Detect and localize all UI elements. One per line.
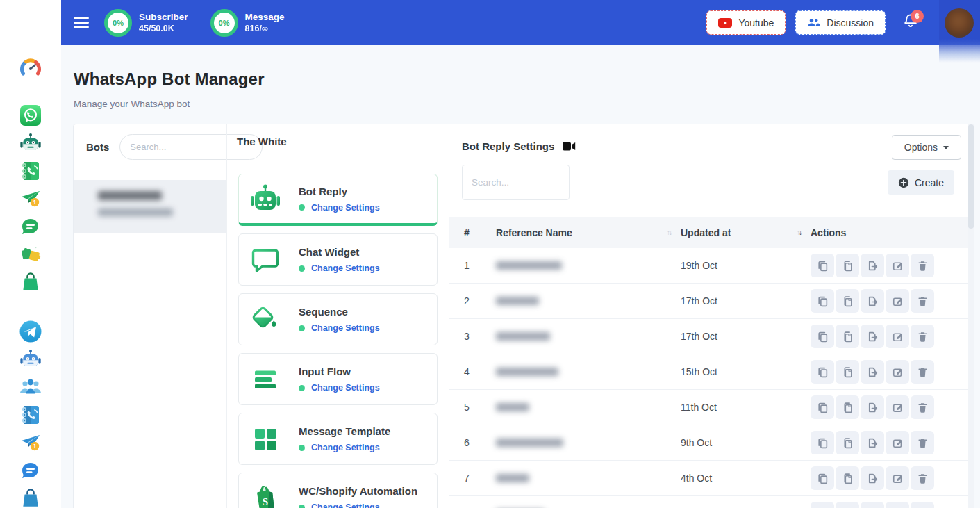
options-button[interactable]: Options: [892, 135, 961, 160]
card-sequence[interactable]: Sequence Change Settings: [238, 293, 438, 345]
change-settings-link[interactable]: Change Settings: [311, 323, 380, 333]
whatsapp-bot-icon[interactable]: [17, 129, 44, 157]
settings-search-input[interactable]: [462, 165, 570, 200]
export-action-button[interactable]: [861, 289, 884, 313]
whatsapp-integrations-icon[interactable]: [17, 240, 44, 268]
duplicate-action-button[interactable]: [836, 466, 859, 490]
delete-action-button[interactable]: [911, 254, 934, 277]
copy-action-button[interactable]: [811, 325, 834, 348]
telegram-store-icon[interactable]: [17, 484, 44, 508]
telegram-broadcast-icon[interactable]: 1: [17, 429, 44, 457]
message-stat: 0% Message 816/∞: [210, 9, 285, 37]
card-bot-reply[interactable]: Bot Reply Change Settings: [238, 174, 438, 226]
change-settings-link[interactable]: Change Settings: [311, 443, 380, 452]
copy-action-button[interactable]: [811, 395, 834, 419]
card-message-template[interactable]: Message Template Change Settings: [238, 413, 438, 465]
avatar[interactable]: [945, 8, 974, 38]
edit-action-button[interactable]: [886, 254, 909, 277]
whatsapp-store-icon[interactable]: [17, 268, 44, 296]
bot-list-item-selected[interactable]: [74, 180, 226, 233]
sort-updated-at-icon[interactable]: ↑↓: [797, 229, 801, 236]
sort-reference-name-icon[interactable]: ↑↓: [667, 229, 671, 236]
telegram-chat-icon[interactable]: [17, 457, 44, 484]
telegram-group-icon[interactable]: [17, 373, 44, 401]
duplicate-action-button[interactable]: [836, 431, 859, 454]
delete-action-button[interactable]: [911, 360, 934, 384]
delete-action-button[interactable]: [911, 466, 934, 490]
row-updated: 15th Oct: [681, 366, 811, 377]
edit-action-button[interactable]: [886, 431, 909, 454]
edit-action-button[interactable]: [886, 289, 909, 313]
card-title: WC/Shopify Automation: [299, 485, 417, 497]
table-header: # Reference Name ↑↓ Updated at ↑↓ Action…: [449, 217, 968, 248]
export-action-button[interactable]: [861, 431, 884, 454]
change-settings-link[interactable]: Change Settings: [311, 263, 380, 273]
copy-action-button[interactable]: [811, 466, 834, 490]
trash-icon: [917, 437, 929, 449]
create-button[interactable]: Create: [888, 170, 954, 195]
edit-action-button[interactable]: [886, 360, 909, 384]
export-action-button[interactable]: [861, 254, 884, 277]
duplicate-action-button[interactable]: [836, 502, 859, 508]
col-header-index: #: [464, 227, 496, 238]
export-action-button[interactable]: [861, 466, 884, 490]
card-input-flow[interactable]: Input Flow Change Settings: [238, 353, 438, 405]
copy-action-button[interactable]: [811, 360, 834, 384]
youtube-button[interactable]: Youtube: [706, 10, 786, 35]
edit-action-button[interactable]: [886, 466, 909, 490]
copy-icon: [817, 366, 829, 378]
edit-icon: [892, 437, 904, 449]
menu-toggle-icon[interactable]: [74, 17, 89, 28]
duplicate-icon: [842, 366, 854, 378]
delete-action-button[interactable]: [911, 325, 934, 348]
panel-scrollbar[interactable]: [968, 124, 974, 508]
whatsapp-chat-icon[interactable]: [17, 213, 44, 240]
topbar: 0% Subscriber 45/50.0K 0% Message 816/∞ …: [61, 0, 980, 45]
whatsapp-contacts-icon[interactable]: [17, 157, 44, 185]
duplicate-action-button[interactable]: [836, 289, 859, 313]
telegram-icon[interactable]: [17, 318, 44, 345]
export-icon: [867, 260, 879, 272]
copy-action-button[interactable]: [811, 431, 834, 454]
copy-action-button[interactable]: [811, 502, 834, 508]
export-action-button[interactable]: [861, 502, 884, 508]
duplicate-action-button[interactable]: [836, 325, 859, 348]
edit-action-button[interactable]: [886, 395, 909, 419]
telegram-bot-icon[interactable]: [17, 345, 44, 373]
delete-action-button[interactable]: [911, 395, 934, 419]
duplicate-action-button[interactable]: [836, 395, 859, 419]
plus-circle-icon: [898, 177, 909, 188]
change-settings-link[interactable]: Change Settings: [311, 203, 380, 213]
export-icon: [867, 402, 879, 413]
video-tutorial-icon[interactable]: [563, 142, 576, 151]
notifications-button[interactable]: 6: [902, 13, 919, 33]
trash-icon: [917, 331, 929, 343]
copy-action-button[interactable]: [811, 289, 834, 313]
edit-action-button[interactable]: [886, 502, 909, 508]
card-title: Bot Reply: [299, 186, 380, 197]
delete-action-button[interactable]: [911, 502, 934, 508]
edit-action-button[interactable]: [886, 325, 909, 348]
row-number: 1: [464, 260, 496, 271]
discussion-button[interactable]: Discussion: [795, 10, 886, 35]
dashboard-icon[interactable]: [17, 54, 44, 82]
change-settings-link[interactable]: Change Settings: [311, 502, 380, 508]
delete-action-button[interactable]: [911, 289, 934, 313]
duplicate-action-button[interactable]: [836, 360, 859, 384]
export-action-button[interactable]: [861, 325, 884, 348]
export-action-button[interactable]: [861, 360, 884, 384]
row-updated: 4th Oct: [681, 473, 811, 484]
change-settings-link[interactable]: Change Settings: [311, 383, 380, 393]
whatsapp-icon[interactable]: [17, 101, 44, 129]
export-action-button[interactable]: [861, 395, 884, 419]
whatsapp-broadcast-icon[interactable]: 1: [17, 185, 44, 213]
export-icon: [867, 437, 879, 449]
telegram-contacts-icon[interactable]: [17, 401, 44, 429]
copy-action-button[interactable]: [811, 254, 834, 277]
duplicate-action-button[interactable]: [836, 254, 859, 277]
delete-action-button[interactable]: [911, 431, 934, 454]
table-row: 4 15th Oct: [449, 354, 968, 390]
card-chat-widget[interactable]: Chat Widget Change Settings: [238, 233, 438, 286]
card-wc-shopify[interactable]: S WC/Shopify Automation Change Settings: [238, 473, 438, 508]
chevron-down-icon: [943, 146, 949, 149]
